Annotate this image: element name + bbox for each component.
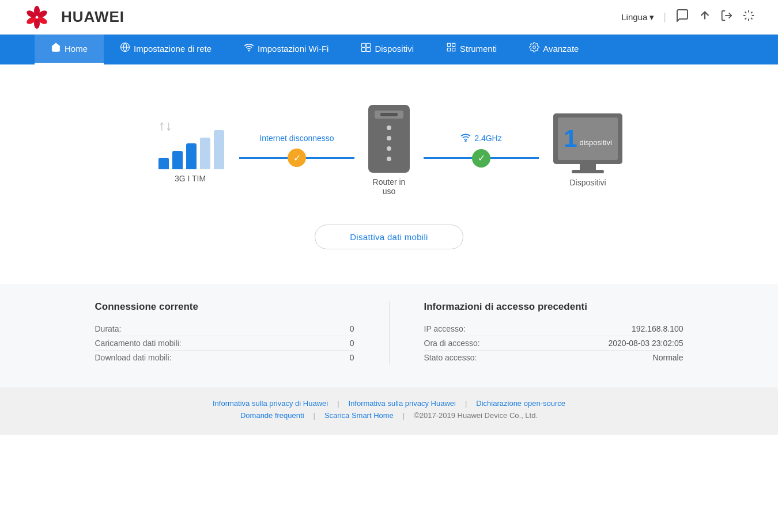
footer-link-opensource[interactable]: Dichiarazione open-source bbox=[467, 399, 575, 408]
signal-bar-1 bbox=[158, 158, 169, 169]
signal-bar-2 bbox=[172, 151, 183, 169]
svg-rect-13 bbox=[362, 48, 366, 52]
upload-value: 0 bbox=[350, 339, 354, 348]
logo-text: HUAWEI bbox=[61, 8, 124, 26]
status-diagram: ↑↓ 3G I TIM Internet disconnesso ✓ bbox=[0, 88, 778, 207]
language-label: Lingua bbox=[621, 12, 647, 22]
wifi-icon bbox=[244, 42, 254, 55]
info-panels: Connessione corrente Durata: 0 Caricamen… bbox=[0, 284, 778, 387]
language-button[interactable]: Lingua ▾ bbox=[621, 12, 654, 22]
nav-item-home[interactable]: Home bbox=[35, 35, 104, 64]
signal-bar-4 bbox=[200, 138, 210, 169]
nav-item-wifi[interactable]: Impostazioni Wi-Fi bbox=[228, 35, 345, 64]
nav-item-network[interactable]: Impostazione di rete bbox=[104, 35, 228, 64]
router-screen bbox=[375, 111, 403, 119]
status-check-yellow: ✓ bbox=[288, 149, 306, 167]
wifi-freq-label: 2.4GHz bbox=[460, 134, 501, 143]
spinner-icon[interactable] bbox=[742, 9, 755, 25]
device-count: 1 bbox=[564, 127, 577, 151]
btn-section: Disattiva dati mobili bbox=[0, 225, 778, 249]
internet-status-label: Internet disconnesso bbox=[259, 134, 334, 143]
upload-icon[interactable] bbox=[698, 9, 711, 25]
connection-panel: Connessione corrente Durata: 0 Caricamen… bbox=[95, 301, 354, 364]
footer-row-1: Informativa sulla privacy di Huawei | In… bbox=[23, 399, 755, 408]
nav-label-network: Impostazione di rete bbox=[134, 44, 212, 54]
monitor-wrapper: 1 dispositivi Dispositivi bbox=[553, 113, 622, 187]
nav-item-devices[interactable]: Dispositivi bbox=[345, 35, 430, 64]
connection-panel-title: Connessione corrente bbox=[95, 301, 354, 313]
access-panel-title: Informazioni di accesso precedenti bbox=[424, 301, 683, 313]
router-section: Router in uso bbox=[354, 105, 424, 196]
nav-item-tools[interactable]: Strumenti bbox=[430, 35, 513, 64]
nav-label-wifi: Impostazioni Wi-Fi bbox=[258, 44, 328, 54]
access-row-time: Ora di accesso: 2020-08-03 23:02:05 bbox=[424, 336, 683, 351]
footer-link-smarthome[interactable]: Scarica Smart Home bbox=[315, 411, 403, 420]
wifi-connector: 2.4GHz ✓ bbox=[424, 134, 539, 168]
svg-rect-15 bbox=[447, 43, 450, 46]
footer-link-faq[interactable]: Domande frequenti bbox=[231, 411, 314, 420]
devices-icon bbox=[361, 42, 371, 55]
access-status-label: Stato accesso: bbox=[424, 353, 477, 362]
chat-icon[interactable] bbox=[675, 9, 689, 25]
nav-item-advanced[interactable]: Avanzate bbox=[513, 35, 595, 64]
logo-area: HUAWEI bbox=[23, 5, 124, 29]
ip-value: 192.168.8.100 bbox=[632, 324, 683, 333]
header-divider: | bbox=[663, 11, 666, 23]
svg-rect-14 bbox=[367, 48, 371, 52]
gear-icon bbox=[529, 42, 539, 55]
svg-point-10 bbox=[248, 50, 250, 51]
svg-rect-11 bbox=[362, 43, 366, 47]
disable-mobile-data-button[interactable]: Disattiva dati mobili bbox=[315, 225, 463, 249]
logout-icon[interactable] bbox=[720, 9, 733, 25]
internet-connector: Internet disconnesso ✓ bbox=[239, 134, 354, 167]
wifi-line-right bbox=[488, 157, 539, 159]
tools-icon bbox=[446, 42, 456, 55]
download-label: Download dati mobili: bbox=[95, 353, 172, 362]
signal-bar-3 bbox=[186, 143, 197, 169]
svg-rect-18 bbox=[452, 48, 455, 51]
internet-line: ✓ bbox=[239, 149, 354, 167]
duration-value: 0 bbox=[350, 324, 354, 333]
access-time-label: Ora di accesso: bbox=[424, 339, 480, 348]
chevron-down-icon: ▾ bbox=[649, 12, 654, 22]
nav-label-devices: Dispositivi bbox=[375, 44, 414, 54]
devices-section: 1 dispositivi Dispositivi bbox=[539, 113, 637, 187]
nav-label-tools: Strumenti bbox=[460, 44, 497, 54]
nav-label-home: Home bbox=[65, 44, 88, 54]
svg-rect-12 bbox=[367, 43, 371, 47]
svg-point-20 bbox=[465, 140, 466, 142]
home-icon bbox=[51, 42, 61, 55]
signal-bar-5 bbox=[214, 130, 224, 169]
monitor-stand bbox=[580, 164, 596, 170]
router-device bbox=[368, 105, 410, 173]
status-check-green: ✓ bbox=[472, 149, 490, 168]
monitor-frame: 1 dispositivi bbox=[553, 113, 622, 164]
network-icon bbox=[120, 42, 130, 55]
line-left bbox=[239, 157, 290, 159]
main-content: ↑↓ 3G I TIM Internet disconnesso ✓ bbox=[0, 64, 778, 284]
footer-row-2: Domande frequenti | Scarica Smart Home |… bbox=[23, 411, 755, 420]
monitor-base bbox=[572, 170, 604, 173]
access-time-value: 2020-08-03 23:02:05 bbox=[609, 339, 683, 348]
footer-copyright: ©2017-2019 Huawei Device Co., Ltd. bbox=[405, 411, 547, 420]
signal-carrier-label: 3G I TIM bbox=[175, 174, 206, 183]
footer-link-privacy-huawei[interactable]: Informativa sulla privacy di Huawei bbox=[203, 399, 337, 408]
nav-bar: Home Impostazione di rete Impostazioni W… bbox=[0, 35, 778, 64]
svg-point-19 bbox=[533, 46, 536, 49]
huawei-logo-icon bbox=[23, 5, 51, 29]
wifi-line-left bbox=[424, 157, 474, 159]
connection-row-upload: Caricamento dati mobili: 0 bbox=[95, 336, 354, 351]
router-label: Router in uso bbox=[373, 177, 406, 196]
svg-rect-16 bbox=[452, 43, 455, 46]
access-row-status: Stato accesso: Normale bbox=[424, 351, 683, 364]
devices-word: dispositivi bbox=[580, 138, 612, 147]
monitor-screen-inner: 1 dispositivi bbox=[558, 117, 618, 160]
download-value: 0 bbox=[350, 353, 354, 362]
nav-label-advanced: Avanzate bbox=[543, 44, 579, 54]
header: HUAWEI Lingua ▾ | bbox=[0, 0, 778, 35]
footer-link-privacy-huawei2[interactable]: Informativa sulla privacy Huawei bbox=[339, 399, 465, 408]
access-status-value: Normale bbox=[653, 353, 683, 362]
router-dots bbox=[387, 126, 391, 161]
wifi-line: ✓ bbox=[424, 149, 539, 168]
access-row-ip: IP accesso: 192.168.8.100 bbox=[424, 322, 683, 336]
